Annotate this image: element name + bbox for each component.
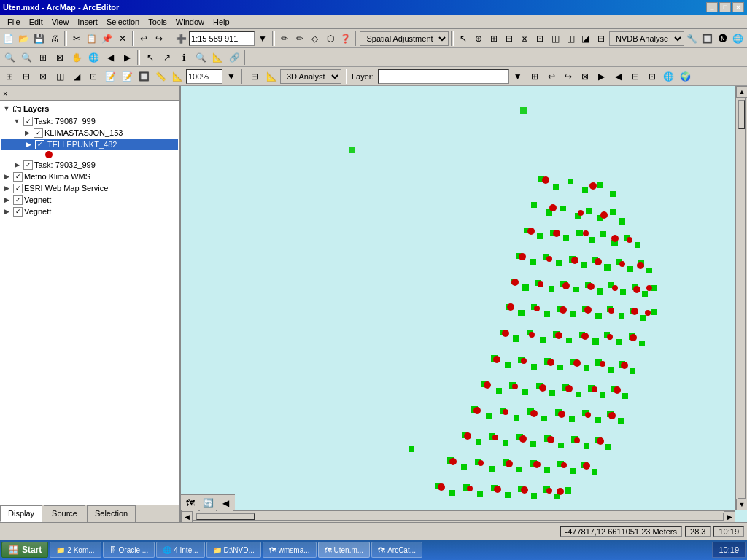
adjust-btn4[interactable]: ⊟ bbox=[594, 31, 608, 47]
adjust-btn1[interactable]: ◫ bbox=[548, 31, 562, 47]
menu-selection[interactable]: Selection bbox=[102, 16, 144, 28]
tb3-btn18[interactable]: ▶ bbox=[594, 69, 610, 85]
tb3-btn9[interactable]: 🔲 bbox=[136, 69, 152, 85]
zoom-in-btn[interactable]: 🔍 bbox=[1, 50, 18, 66]
tb3-btn19[interactable]: ◀ bbox=[611, 69, 627, 85]
snap-btn[interactable]: ⊕ bbox=[471, 31, 486, 47]
grid-btn3[interactable]: ⊡ bbox=[533, 31, 547, 47]
tb3-btn20[interactable]: ⊟ bbox=[627, 69, 643, 85]
open-button[interactable]: 📂 bbox=[17, 31, 31, 47]
grid-btn2[interactable]: ⊠ bbox=[517, 31, 532, 47]
scroll-down-arrow[interactable]: ▼ bbox=[736, 499, 747, 510]
taskbar-btn-3[interactable]: 📁D:\NVD... bbox=[206, 542, 261, 558]
nvdb-btn2[interactable]: 🔲 bbox=[700, 31, 715, 47]
minimize-button[interactable]: _ bbox=[706, 2, 718, 12]
taskbar-btn-2[interactable]: 🌐4 Inte... bbox=[156, 542, 204, 558]
tb3-btn14[interactable]: ⊞ bbox=[527, 69, 543, 85]
scale-dropdown[interactable]: ▼ bbox=[255, 31, 270, 47]
tb3-btn3[interactable]: ⊠ bbox=[35, 69, 51, 85]
tb3-btn17[interactable]: ⊠ bbox=[577, 69, 593, 85]
tb3-btn23[interactable]: 🌍 bbox=[678, 69, 694, 85]
identify-btn[interactable]: ℹ bbox=[176, 50, 192, 66]
tb3-btn21[interactable]: ⊡ bbox=[644, 69, 660, 85]
nvdb-dropdown[interactable]: NVDB Analyse bbox=[609, 31, 684, 46]
checkbox-vegnett1[interactable] bbox=[13, 195, 23, 205]
spatial-adjustment-dropdown[interactable]: Spatial Adjustment bbox=[360, 31, 449, 46]
tab-source[interactable]: Source bbox=[44, 505, 85, 522]
tree-esri[interactable]: ▶ ESRI Web Map Service bbox=[1, 182, 178, 194]
tree-klima[interactable]: ▶ KLIMASTASJON_153 bbox=[1, 127, 178, 139]
fixed-zoom-btn[interactable]: ⊞ bbox=[35, 50, 51, 66]
tb3-btn2[interactable]: ⊟ bbox=[18, 69, 34, 85]
menu-insert[interactable]: Insert bbox=[73, 16, 102, 28]
tb3-btn5[interactable]: ◪ bbox=[69, 69, 85, 85]
grid-btn1[interactable]: ⊟ bbox=[502, 31, 516, 47]
menu-file[interactable]: File bbox=[3, 16, 25, 28]
measure-btn[interactable]: 📐 bbox=[209, 50, 225, 66]
find-btn[interactable]: 🔍 bbox=[193, 50, 209, 66]
menu-help[interactable]: Help bbox=[209, 16, 234, 28]
taskbar-btn-4[interactable]: 🗺wmsma... bbox=[263, 542, 317, 558]
map-btn1[interactable]: 🗺 bbox=[182, 495, 198, 511]
save-button[interactable]: 💾 bbox=[32, 31, 47, 47]
tb3-btn10[interactable]: 📏 bbox=[152, 69, 169, 85]
menu-edit[interactable]: Edit bbox=[25, 16, 47, 28]
map-btn3[interactable]: ◀ bbox=[217, 495, 233, 511]
layer-dropdown[interactable]: ▼ bbox=[510, 69, 526, 85]
map-btn2[interactable]: 🔄 bbox=[200, 495, 216, 511]
hyperlink-btn[interactable]: 🔗 bbox=[226, 50, 242, 66]
tb3-btn12[interactable]: ⊟ bbox=[247, 69, 263, 85]
pan-btn[interactable]: ✋ bbox=[69, 50, 85, 66]
select2-btn[interactable]: ↗ bbox=[159, 50, 175, 66]
layers-root[interactable]: ▼ 🗂 Layers bbox=[1, 102, 178, 115]
globe-btn[interactable]: 🌐 bbox=[85, 50, 101, 66]
analyst3d-dropdown[interactable]: 3D Analyst bbox=[280, 69, 341, 84]
link-btn[interactable]: ⊞ bbox=[487, 31, 501, 47]
adjust-btn3[interactable]: ◪ bbox=[578, 31, 593, 47]
nvdb-btn4[interactable]: 🌐 bbox=[731, 31, 746, 47]
adjust-btn2[interactable]: ◫ bbox=[563, 31, 578, 47]
scroll-up-arrow[interactable]: ▲ bbox=[736, 86, 747, 98]
editor-btn[interactable]: ✏ bbox=[277, 31, 292, 47]
print-button[interactable]: 🖨 bbox=[47, 31, 62, 47]
vertex-btn[interactable]: ◇ bbox=[308, 31, 322, 47]
menu-view[interactable]: View bbox=[47, 16, 74, 28]
scale-input[interactable]: 1:15 589 911 bbox=[189, 31, 255, 46]
undo-button[interactable]: ↩ bbox=[136, 31, 151, 47]
sketch-btn[interactable]: ✏ bbox=[293, 31, 307, 47]
taskbar-btn-0[interactable]: 📁2 Kom... bbox=[50, 542, 101, 558]
tree-task2[interactable]: ▶ Task: 79032_999 bbox=[1, 159, 178, 171]
start-button[interactable]: 🪟 Start bbox=[1, 542, 48, 558]
scroll-left-arrow[interactable]: ◀ bbox=[181, 511, 193, 522]
checkbox-telle[interactable] bbox=[35, 140, 44, 149]
zoom-input[interactable] bbox=[186, 69, 222, 84]
copy-button[interactable]: 📋 bbox=[85, 31, 99, 47]
map-view[interactable]: ▲ ▼ ◀ ▶ 🗺 🔄 ◀ bbox=[181, 86, 747, 522]
tree-metno[interactable]: ▶ Metno Klima WMS bbox=[1, 171, 178, 182]
zoom-out-btn[interactable]: 🔍 bbox=[18, 50, 34, 66]
tb3-btn13[interactable]: 📐 bbox=[263, 69, 279, 85]
checkbox-esri[interactable] bbox=[13, 184, 23, 193]
checkbox-vegnett2[interactable] bbox=[13, 207, 23, 217]
cut-button[interactable]: ✂ bbox=[69, 31, 84, 47]
nvdb-btn3[interactable]: 🅝 bbox=[716, 31, 730, 47]
tb3-btn6[interactable]: ⊡ bbox=[85, 69, 101, 85]
tb3-btn15[interactable]: ↩ bbox=[543, 69, 560, 85]
menu-tools[interactable]: Tools bbox=[144, 16, 171, 28]
checkbox-metno[interactable] bbox=[13, 172, 23, 182]
scroll-right-arrow[interactable]: ▶ bbox=[724, 511, 735, 522]
maximize-button[interactable]: □ bbox=[719, 2, 731, 12]
tb3-btn16[interactable]: ↪ bbox=[560, 69, 576, 85]
paste-button[interactable]: 📌 bbox=[100, 31, 115, 47]
tree-vegnett2[interactable]: ▶ Vegnett bbox=[1, 206, 178, 217]
redo-button[interactable]: ↪ bbox=[152, 31, 166, 47]
tb3-btn22[interactable]: 🌐 bbox=[661, 69, 677, 85]
full-extent-btn[interactable]: ⊠ bbox=[52, 50, 68, 66]
tab-selection[interactable]: Selection bbox=[87, 505, 136, 522]
reshape-btn[interactable]: ⬡ bbox=[323, 31, 338, 47]
question-btn[interactable]: ❓ bbox=[338, 31, 353, 47]
nvdb-btn1[interactable]: 🔧 bbox=[685, 31, 700, 47]
delete-button[interactable]: ✕ bbox=[115, 31, 130, 47]
taskbar-btn-6[interactable]: 🗺ArcCat... bbox=[371, 542, 422, 558]
tree-telle[interactable]: ▶ TELLEPUNKT_482 bbox=[1, 139, 178, 150]
